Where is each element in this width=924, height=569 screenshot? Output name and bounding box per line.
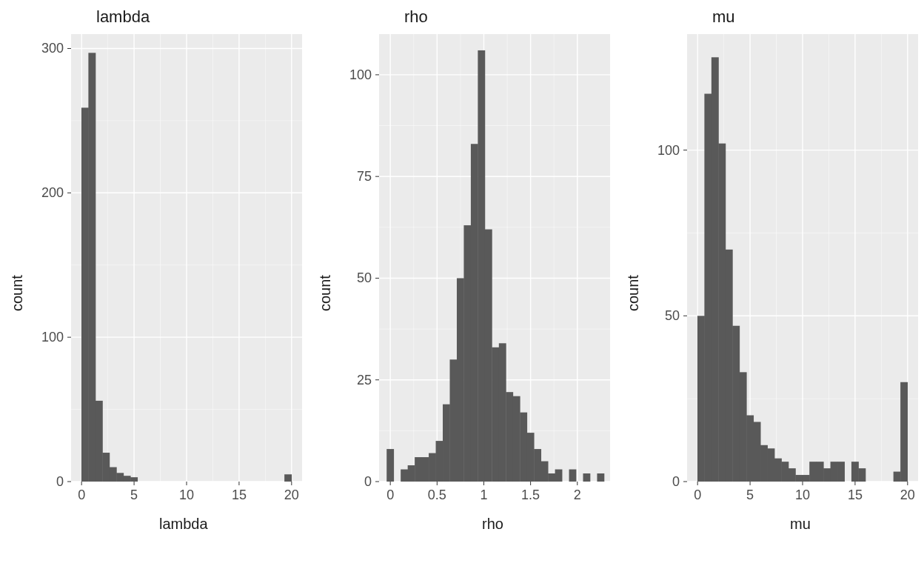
bar (569, 470, 577, 482)
panel-title: rho (404, 7, 428, 27)
bar (583, 473, 590, 482)
x-axis-title: lambda (159, 516, 208, 533)
bar (740, 372, 747, 482)
x-tick-label: 1.5 (521, 488, 540, 502)
y-tick-label: 300 (41, 41, 64, 56)
bar (499, 343, 506, 482)
x-tick-label: 10 (179, 488, 194, 502)
x-tick-label: 10 (795, 488, 810, 502)
bar (527, 433, 535, 482)
y-axis-title: count (9, 275, 26, 311)
y-tick-label: 0 (56, 474, 64, 489)
x-axis-title: rho (482, 516, 503, 533)
bar (492, 347, 499, 482)
y-tick-label: 25 (357, 373, 372, 387)
bar (429, 453, 436, 482)
bar (732, 326, 740, 482)
panel-rho: rho count 00.511.520255075100 rho (308, 0, 616, 569)
bar (760, 445, 768, 482)
bar (697, 316, 705, 482)
bar (712, 57, 719, 482)
y-tick-label: 200 (41, 185, 64, 200)
bar (789, 468, 796, 482)
bar (555, 470, 563, 482)
bar (894, 472, 901, 482)
y-tick-label: 50 (357, 270, 372, 285)
bar (284, 474, 292, 482)
bar (548, 473, 555, 482)
bar (506, 392, 513, 482)
x-tick-label: 0.5 (428, 488, 446, 502)
panel-lambda: lambda count 051015200100200300 lambda (0, 0, 308, 569)
bar (754, 422, 761, 482)
bar (463, 225, 471, 482)
x-tick-label: 15 (232, 488, 247, 502)
bar (746, 416, 754, 482)
bar (718, 144, 726, 482)
bar (541, 462, 549, 482)
bar (767, 448, 774, 482)
bar (415, 457, 422, 482)
bar (401, 470, 408, 482)
bar (837, 462, 845, 482)
bar (823, 468, 831, 482)
x-tick-label: 1 (480, 488, 487, 502)
bar (795, 475, 803, 482)
bar (88, 53, 96, 482)
y-tick-label: 75 (357, 169, 372, 184)
bar (116, 473, 124, 482)
bar (774, 459, 782, 482)
bar (457, 278, 464, 482)
bar (831, 462, 838, 482)
bar (478, 50, 485, 482)
bar (96, 401, 103, 482)
y-tick-label: 0 (672, 474, 680, 489)
bar (809, 462, 817, 482)
bar (513, 396, 520, 482)
x-tick-label: 20 (284, 488, 299, 502)
bar (124, 476, 131, 482)
plot-area-rho: 00.511.520255075100 (379, 34, 610, 482)
panel-title: mu (712, 7, 735, 27)
y-tick-label: 100 (41, 330, 64, 345)
chart-row: lambda count 051015200100200300 lambda r… (0, 0, 924, 569)
bar (597, 473, 604, 482)
bar (81, 107, 89, 482)
plot-area-lambda: 051015200100200300 (71, 34, 302, 482)
bar (130, 477, 138, 482)
x-tick-label: 20 (900, 488, 915, 502)
plot-area-mu: 05101520050100 (687, 34, 918, 482)
bar (485, 230, 492, 482)
x-tick-label: 0 (78, 488, 85, 502)
bar (851, 462, 859, 482)
bar (803, 475, 810, 482)
panel-mu: mu count 05101520050100 mu (616, 0, 924, 569)
y-tick-label: 100 (349, 67, 372, 82)
bar (900, 382, 908, 482)
bar (704, 94, 712, 482)
x-tick-label: 15 (848, 488, 863, 502)
bar (386, 449, 394, 482)
x-tick-label: 5 (130, 488, 138, 502)
bar (781, 462, 789, 482)
x-axis-title: mu (790, 516, 811, 533)
y-tick-label: 100 (657, 143, 680, 158)
x-tick-label: 2 (574, 488, 581, 502)
y-axis-title: count (317, 275, 334, 311)
bar (436, 441, 443, 482)
y-tick-label: 0 (364, 474, 372, 489)
bar (471, 144, 478, 482)
bar (443, 405, 450, 482)
bar (726, 250, 733, 482)
x-tick-label: 0 (694, 488, 701, 502)
bar (408, 465, 415, 482)
y-tick-label: 50 (665, 308, 680, 323)
y-axis-title: count (625, 275, 642, 311)
bar (534, 449, 541, 482)
bar (817, 462, 824, 482)
bar (422, 457, 429, 482)
x-tick-label: 5 (746, 488, 754, 502)
bar (449, 359, 457, 482)
bar (858, 468, 866, 482)
bar (110, 467, 117, 482)
